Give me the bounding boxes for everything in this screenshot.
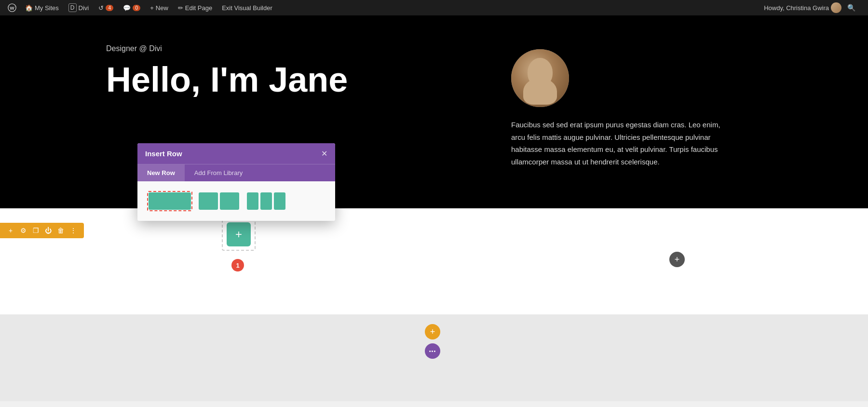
dialog-close-button[interactable]: ✕: [321, 149, 327, 158]
add-row-button[interactable]: +: [227, 222, 251, 246]
dialog-title: Insert Row: [145, 149, 182, 158]
layout-3col[interactable]: [245, 191, 287, 211]
comments-icon: 💬: [123, 4, 131, 12]
layout-2col[interactable]: [197, 191, 241, 211]
svg-text:W: W: [10, 5, 14, 11]
tab-add-from-library[interactable]: Add From Library: [185, 164, 252, 181]
hero-section: Designer @ Divi Hello, I'm Jane Faucibus…: [0, 15, 868, 208]
my-sites-link[interactable]: 🏠 My Sites: [20, 0, 64, 15]
comments-link[interactable]: 💬 0: [118, 0, 145, 15]
dialog-tabs: New Row Add From Library: [137, 164, 335, 181]
hero-title: Hello, I'm Jane: [106, 61, 482, 99]
step-1-badge: 1: [231, 259, 244, 271]
below-hero-section: + 1 +: [0, 208, 868, 314]
user-avatar: [831, 2, 841, 13]
updates-link[interactable]: ↺ 4: [94, 0, 118, 15]
more-options-button[interactable]: •••: [425, 343, 440, 359]
layout-1col[interactable]: [147, 191, 192, 211]
new-link[interactable]: + New: [145, 0, 173, 15]
admin-bar: W 🏠 My Sites D Divi ↺ 4 💬 0 + New ✏ Edit…: [0, 0, 868, 15]
home-icon: 🏠: [25, 4, 33, 12]
user-greeting: Howdy, Christina Gwira: [764, 4, 829, 12]
profile-avatar: [511, 49, 569, 107]
add-section-orange-button[interactable]: +: [425, 324, 440, 339]
updates-icon: ↺: [98, 4, 104, 12]
add-row-icon: +: [235, 228, 242, 241]
trash-section-icon[interactable]: 🗑: [56, 227, 66, 234]
bottom-section: + •••: [0, 314, 868, 401]
hero-right: Faucibus sed sed erat ipsum purus egesta…: [511, 44, 762, 168]
wp-logo-icon[interactable]: W: [4, 0, 20, 15]
dialog-body: [137, 181, 335, 221]
add-section-orange-icon: +: [430, 327, 435, 337]
comments-badge: 0: [133, 5, 140, 11]
hero-left: Designer @ Divi Hello, I'm Jane: [106, 44, 511, 118]
add-module-button[interactable]: +: [669, 252, 685, 267]
main-content: Designer @ Divi Hello, I'm Jane Faucibus…: [0, 15, 868, 401]
new-row-area: +: [222, 218, 256, 251]
section-toolbar: + ⚙ ❐ ⏻ 🗑 ⋮: [0, 223, 84, 238]
designer-label: Designer @ Divi: [106, 44, 482, 53]
settings-section-icon[interactable]: ⚙: [18, 227, 28, 234]
power-section-icon[interactable]: ⏻: [43, 227, 53, 234]
clone-section-icon[interactable]: ❐: [31, 227, 41, 234]
edit-page-link[interactable]: ✏ Edit Page: [173, 0, 217, 15]
edit-icon: ✏: [178, 4, 183, 12]
plus-icon: +: [150, 4, 154, 12]
dialog-header: Insert Row ✕: [137, 143, 335, 164]
divi-link[interactable]: D Divi: [64, 0, 94, 15]
add-icon: +: [675, 255, 680, 265]
search-icon[interactable]: 🔍: [843, 4, 859, 12]
updates-badge: 4: [106, 5, 113, 11]
more-options-icon: •••: [429, 348, 436, 354]
admin-bar-right: Howdy, Christina Gwira 🔍: [759, 2, 864, 13]
tab-new-row[interactable]: New Row: [137, 164, 185, 181]
divi-icon: D: [68, 3, 77, 12]
add-section-icon[interactable]: +: [6, 227, 15, 234]
exit-builder-link[interactable]: Exit Visual Builder: [217, 0, 277, 15]
insert-row-dialog: Insert Row ✕ New Row Add From Library: [137, 143, 335, 221]
hero-body-text: Faucibus sed sed erat ipsum purus egesta…: [511, 119, 733, 168]
more-section-icon[interactable]: ⋮: [68, 227, 78, 234]
